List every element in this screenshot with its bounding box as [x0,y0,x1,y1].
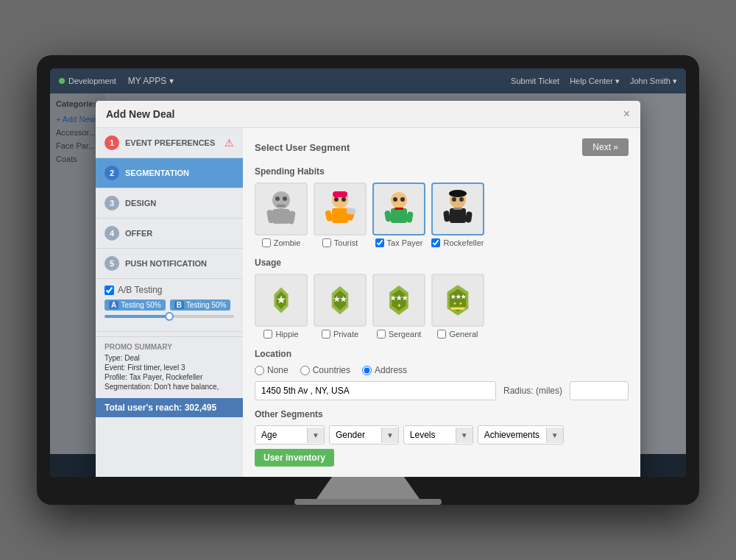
dev-label: Development [68,77,116,85]
modal-body: 1 EVENT PREFERENCES ⚠ 2 SEGMENTATION 3 D… [96,128,640,477]
sergeant-checkbox[interactable] [377,330,386,339]
step-4-number: 4 [105,226,119,241]
svg-rect-21 [394,208,403,210]
next-button[interactable]: Next » [582,138,629,156]
svg-rect-29 [453,208,462,210]
location-address-radio[interactable] [362,366,372,375]
svg-point-10 [334,197,339,202]
avatar-private: ★★ Private [314,274,367,339]
step-offer[interactable]: 4 OFFER [96,219,243,249]
private-checkbox-row: Private [322,330,358,339]
step-5-label: PUSH NOTIFICATION [125,259,207,268]
general-name: General [449,330,478,339]
levels-select[interactable]: Levels Level 1 Level 2 Level 3 [404,426,456,444]
usage-label: Usage [255,258,629,268]
taxpayer-checkbox[interactable] [375,238,384,247]
step-5-number: 5 [105,256,119,271]
achievements-dropdown[interactable]: Achievements Bronze Silver Gold ▼ [478,425,564,444]
achievements-select[interactable]: Achievements Bronze Silver Gold [478,426,546,444]
radius-input[interactable] [570,381,629,400]
location-radio-group: None Countries Address [255,365,629,375]
svg-point-24 [452,197,456,202]
promo-event-value: First timer, level 3 [127,364,185,372]
ab-testing-label: A/B Testing [118,285,162,295]
user-inventory-button[interactable]: User inventory [255,449,334,467]
avatar-sergeant: ★★★ ✦ Sergeant [372,274,425,339]
nav-links: Submit Ticket Help Center ▾ John Smith ▾ [511,77,677,86]
age-select[interactable]: Age 18-24 25-34 35-44 45+ [255,426,307,444]
dev-status-dot [59,78,65,84]
promo-type-value: Deal [124,354,140,362]
rockefeller-checkbox[interactable] [431,238,440,247]
segments-dropdowns: Age 18-24 25-34 35-44 45+ ▼ [255,425,629,467]
location-countries-radio[interactable] [300,366,310,375]
levels-dropdown[interactable]: Levels Level 1 Level 2 Level 3 ▼ [403,425,473,444]
levels-dropdown-arrow: ▼ [456,428,473,443]
location-address-label: Address [375,365,407,375]
address-input[interactable] [255,381,496,400]
svg-text:✦ ✦: ✦ ✦ [453,300,463,307]
avatar-hippie: ★ Hippie [255,274,308,339]
location-countries-label: Countries [313,365,350,375]
svg-rect-12 [325,210,333,222]
location-none-radio[interactable] [255,366,264,375]
promo-type: Type: Deal [105,354,234,362]
step-segmentation[interactable]: 2 SEGMENTATION [96,158,243,188]
user-name-link[interactable]: John Smith ▾ [630,77,677,86]
other-segments-section: Other Segments Age 18-24 25-34 35-44 45+ [255,409,629,467]
promo-summary: PROMO SUMMARY Type: Deal Event: First ti… [96,336,243,398]
zombie-checkbox[interactable] [262,238,271,247]
ab-testing-checkbox[interactable] [105,286,114,295]
age-dropdown-arrow: ▼ [307,428,324,443]
step-push-notification[interactable]: 5 PUSH NOTIFICATION [96,249,243,279]
submit-ticket-link[interactable]: Submit Ticket [511,77,559,85]
step-event-preferences[interactable]: 1 EVENT PREFERENCES ⚠ [96,128,243,158]
monitor-stand [316,477,420,499]
modal-close-button[interactable]: × [623,108,630,120]
step-3-number: 3 [105,196,119,210]
location-countries-option[interactable]: Countries [300,365,350,375]
step-2-number: 2 [105,166,119,180]
tourist-checkbox-row: Tourist [322,238,358,247]
hippie-checkbox-row: Hippie [263,330,298,339]
monitor-base [294,499,442,505]
location-section: Location None Countries [255,349,629,400]
ab-slider-thumb[interactable] [165,312,174,321]
age-dropdown[interactable]: Age 18-24 25-34 35-44 45+ ▼ [255,425,325,444]
hippie-checkbox[interactable] [263,330,272,339]
svg-rect-16 [391,208,407,223]
hippie-image: ★ [255,274,308,327]
svg-rect-4 [277,205,286,207]
add-new-deal-modal: Add New Deal × 1 EVENT PREFERENCES ⚠ 2 [96,101,640,477]
zombie-name: Zombie [274,238,301,247]
general-checkbox[interactable] [437,330,446,339]
promo-type-label: Type: [105,354,122,362]
private-checkbox[interactable] [322,330,330,339]
gender-select[interactable]: Gender Male Female Other [330,426,381,444]
svg-text:★★: ★★ [333,295,347,303]
usage-section: Usage ★ [255,258,629,339]
ab-slider-fill [105,315,169,318]
promo-profile-value: Tax Payer, Rockefeller [130,373,203,381]
taxpayer-image [372,182,425,235]
top-navigation: Development MY APPS ▾ Submit Ticket Help… [50,68,686,93]
promo-summary-title: PROMO SUMMARY [105,343,234,351]
svg-text:✦: ✦ [397,302,402,309]
tourist-checkbox[interactable] [322,238,331,247]
rockefeller-image [431,182,484,235]
help-center-link[interactable]: Help Center ▾ [570,77,620,86]
gender-dropdown[interactable]: Gender Male Female Other ▼ [329,425,399,444]
location-address-option[interactable]: Address [362,365,407,375]
ab-badge-b: B Testing 50% [170,300,231,311]
private-name: Private [333,330,358,339]
total-reach: Total user's reach: 302,495 [96,398,243,417]
promo-seg-value: Don't have balance, [154,383,219,391]
step-design[interactable]: 3 DESIGN [96,188,243,219]
location-none-option[interactable]: None [255,365,289,375]
step-4-label: OFFER [125,229,152,238]
svg-point-28 [449,190,467,197]
achievements-dropdown-arrow: ▼ [546,428,563,443]
sergeant-checkbox-row: Sergeant [377,330,422,339]
my-apps-menu[interactable]: MY APPS ▾ [128,76,174,86]
svg-rect-8 [333,191,347,197]
